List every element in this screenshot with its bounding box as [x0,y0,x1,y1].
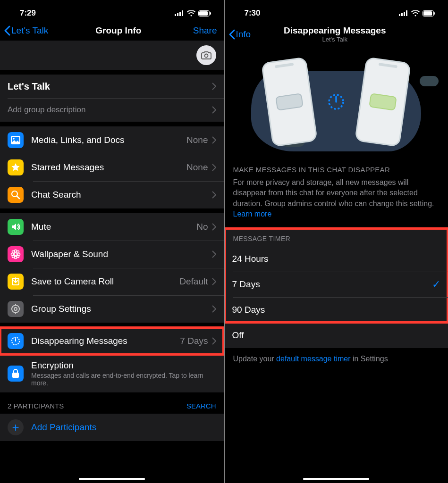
wifi-icon [411,10,420,17]
svg-rect-3 [182,10,183,16]
nav-share-button[interactable]: Share [189,25,217,36]
media-icon [8,132,24,148]
disappearing-highlight: Disappearing Messages 7 Days [0,327,224,355]
nav-back-label: Info [236,29,251,40]
plus-icon: + [8,419,24,435]
timer-option-label: 7 Days [232,279,260,290]
starred-label: Starred Messages [31,162,104,173]
mute-value: No [196,222,208,232]
status-bar: 7:29 [0,0,224,22]
info-text-body: For more privacy and storage, all new me… [233,178,434,208]
nav-title: Disappearing Messages [284,25,386,36]
nav-bar: Info Disappearing Messages Let's Talk In… [225,22,448,48]
add-participants-cell[interactable]: + Add Participants [0,414,224,441]
home-indicator[interactable] [79,478,145,480]
chat-search-cell[interactable]: Chat Search [0,181,224,208]
media-cell[interactable]: Media, Links, and Docs None [0,126,224,154]
svg-point-23 [14,308,17,310]
timer-option-label: 90 Days [232,305,265,315]
nav-subtitle: Let's Talk [322,36,347,43]
disappearing-messages-cell[interactable]: Disappearing Messages 7 Days [0,327,224,355]
group-name-cell[interactable]: Let's Talk [0,75,224,98]
svg-rect-30 [399,14,400,16]
timer-option-24-hours[interactable]: 24 Hours [225,246,448,272]
save-camera-roll-cell[interactable]: Save to Camera Roll Default [0,268,224,295]
svg-point-20 [17,256,19,258]
phone-disappearing-messages: 7:30 Info Disappearing Messages Let's Ta… [225,0,448,483]
svg-rect-32 [404,12,405,16]
starred-value: None [186,162,208,173]
chevron-right-icon [212,250,216,258]
home-indicator[interactable] [303,478,369,480]
timer-highlight: MESSAGE TIMER 24 Hours 7 Days ✓ 90 Days [225,228,448,323]
flower-icon [8,246,24,262]
nav-bar: Let's Talk Group Info Share [0,22,224,41]
chevron-right-icon [212,305,216,313]
chat-search-label: Chat Search [31,190,81,200]
save-value: Default [179,276,208,287]
timer-icon [8,333,24,349]
nav-back-button[interactable]: Info [228,29,257,40]
nav-back-button[interactable]: Let's Talk [4,25,48,36]
illustration-timer-icon [326,92,346,112]
svg-point-19 [12,256,15,258]
learn-more-link[interactable]: Learn more [233,210,272,218]
mute-cell[interactable]: Mute No [0,213,224,241]
chevron-right-icon [212,191,216,199]
star-icon [8,159,24,175]
chevron-right-icon [212,278,216,285]
gear-icon [8,301,24,317]
timer-option-90-days[interactable]: 90 Days [225,297,448,323]
save-label: Save to Camera Roll [31,276,114,287]
footer-post: in Settings [351,355,388,363]
chevron-right-icon [212,83,216,90]
participants-header: 2 PARTICIPANTS SEARCH [0,392,224,414]
participants-search-button[interactable]: SEARCH [186,402,216,410]
disappearing-label: Disappearing Messages [31,336,127,346]
encryption-title: Encryption [31,360,216,371]
svg-point-7 [204,54,208,58]
speaker-icon [8,219,24,235]
wallpaper-cell[interactable]: Wallpaper & Sound [0,241,224,268]
group-description-placeholder: Add group description [8,105,85,115]
svg-rect-31 [401,13,403,16]
footer-pre: Update your [233,355,277,363]
group-description-cell[interactable]: Add group description [0,98,224,122]
group-settings-label: Group Settings [31,304,91,314]
info-text: For more privacy and storage, all new me… [225,177,448,228]
footer-text: Update your default message timer in Set… [225,348,448,370]
timer-option-off[interactable]: Off [225,323,448,348]
svg-rect-36 [434,12,435,15]
timer-option-label: 24 Hours [232,254,269,264]
status-icons [399,10,436,17]
download-icon [8,274,24,290]
timer-option-label: Off [232,330,244,341]
battery-icon [423,10,436,17]
svg-point-17 [12,251,15,253]
status-time: 7:30 [245,8,261,18]
timer-option-7-days[interactable]: 7 Days ✓ [225,272,448,297]
disappearing-value: 7 Days [180,336,208,346]
svg-point-9 [13,138,15,140]
status-bar: 7:30 [225,0,448,22]
svg-rect-5 [199,11,208,16]
media-value: None [186,135,208,145]
starred-cell[interactable]: Starred Messages None [0,154,224,181]
svg-point-12 [14,253,17,256]
chevron-left-icon [228,29,235,40]
default-timer-link[interactable]: default message timer [276,355,350,363]
battery-icon [198,10,211,17]
group-name: Let's Talk [8,81,50,92]
group-settings-cell[interactable]: Group Settings [0,295,224,323]
chevron-right-icon [212,223,216,231]
camera-button[interactable] [196,45,216,65]
illustration [225,48,448,156]
signal-icon [175,10,184,16]
svg-rect-1 [177,13,178,16]
add-participants-label: Add Participants [31,422,96,433]
svg-point-18 [17,251,19,253]
svg-rect-2 [179,12,181,16]
nav-back-label: Let's Talk [11,25,48,36]
chevron-left-icon [4,25,10,36]
encryption-cell[interactable]: Encryption Messages and calls are end-to… [0,355,224,392]
